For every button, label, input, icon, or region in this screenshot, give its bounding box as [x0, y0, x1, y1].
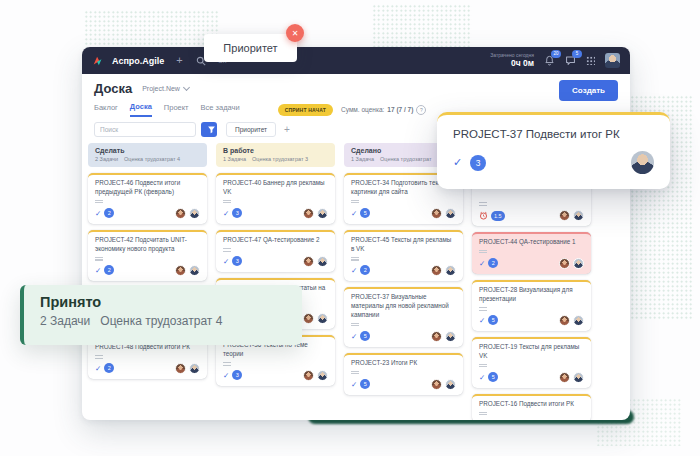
avatar-male[interactable]: [189, 208, 200, 219]
check-icon: ✓: [453, 156, 462, 169]
priority-filter-chip[interactable]: Приоритет: [226, 122, 276, 137]
score-value: 17 (7 / 7): [387, 106, 413, 113]
estimate-badge: 2: [104, 208, 114, 218]
estimate-badge: 5: [360, 379, 370, 389]
task-card-callout[interactable]: PROJECT-37 Подвести итог РК ✓ 3: [437, 112, 670, 189]
avatar-male[interactable]: [573, 258, 584, 269]
avatar-female[interactable]: [303, 370, 314, 381]
avatar-female[interactable]: [431, 208, 442, 219]
assignee-avatars: [172, 363, 200, 374]
avatar-male[interactable]: [189, 265, 200, 276]
avatar-female[interactable]: [431, 331, 442, 342]
apps-grid-icon[interactable]: [586, 56, 595, 65]
funnel-icon: [207, 125, 216, 134]
avatar-male[interactable]: [445, 208, 456, 219]
check-icon: ✓: [479, 316, 485, 325]
decor-speckles-top-left: [84, 10, 219, 50]
avatar-male[interactable]: [573, 315, 584, 326]
avatar-male[interactable]: [631, 151, 654, 174]
score-summary: Сумм. оценка: 17 (7 / 7) ?: [341, 105, 426, 115]
tab-project[interactable]: Проект: [164, 103, 189, 116]
task-card[interactable]: PROJECT-46 Подвести итоги предыдущей РК …: [88, 173, 207, 224]
avatar-male[interactable]: [317, 208, 328, 219]
avatar-male[interactable]: [573, 372, 584, 383]
close-icon[interactable]: ✕: [286, 24, 304, 42]
avatar-female[interactable]: [175, 363, 186, 374]
task-footer: ✓ 5: [479, 315, 584, 326]
avatar-female[interactable]: [431, 379, 442, 390]
project-name: Project.New: [142, 85, 180, 92]
task-card[interactable]: PROJECT-23 Итоги РК ✓ 5: [344, 353, 463, 395]
avatar-male[interactable]: [317, 370, 328, 381]
avatar-male[interactable]: [573, 210, 584, 221]
task-card-overdue[interactable]: PROJECT-44 QA-тестирование 1 ✓ 2: [472, 232, 591, 274]
assignee-avatars: [300, 313, 328, 324]
column-tasks-count: 1 Задача: [223, 156, 246, 162]
filter-button[interactable]: [201, 122, 217, 137]
column-tasks-count: 2 Задачи: [95, 156, 118, 162]
column-header[interactable]: В работе 1 Задача Оценка трудозатрат 3: [216, 143, 335, 167]
avatar-female[interactable]: [303, 256, 314, 267]
avatar-female[interactable]: [175, 265, 186, 276]
description-icon: [95, 257, 103, 262]
avatar-female[interactable]: [559, 210, 570, 221]
messages-icon[interactable]: 5: [565, 55, 576, 66]
avatar-female[interactable]: [175, 208, 186, 219]
notifications-bell-icon[interactable]: 20: [544, 55, 555, 66]
description-icon: [223, 248, 231, 253]
search-input[interactable]: [94, 122, 196, 137]
avatar-female[interactable]: [431, 265, 442, 276]
user-avatar[interactable]: [605, 53, 620, 68]
add-task-icon[interactable]: +: [176, 55, 182, 66]
task-card[interactable]: PROJECT-28 Визуализация для презентации …: [472, 280, 591, 331]
task-card[interactable]: PROJECT-45 Тексты для рекламы в VK ✓ 2: [344, 230, 463, 281]
estimate-badge: 5: [488, 372, 498, 382]
column-tasks-count: 1 Задача: [351, 156, 374, 162]
tab-board[interactable]: Доска: [130, 102, 152, 117]
description-icon: [479, 412, 487, 417]
create-button[interactable]: Создать: [559, 80, 618, 101]
description-icon: [479, 307, 487, 312]
avatar-male[interactable]: [317, 256, 328, 267]
tab-all-tasks[interactable]: Все задачи: [201, 103, 240, 116]
estimate-badge: 2: [488, 258, 498, 268]
task-card[interactable]: PROJECT-37 Визуальные материалы для ново…: [344, 287, 463, 347]
assignee-avatars: [556, 210, 584, 221]
avatar-female[interactable]: [559, 372, 570, 383]
task-title: PROJECT-16 Подвести итоги РК: [479, 400, 584, 409]
assignee-avatars: [556, 315, 584, 326]
check-icon: ✓: [479, 373, 485, 382]
topbar-right: Затрачено сегодня 0ч 0м 20 5: [490, 52, 620, 68]
task-card[interactable]: PROJECT-40 Баннер для рекламы VK ✓ 3: [216, 173, 335, 224]
score-label: Сумм. оценка:: [341, 106, 384, 113]
task-footer: ✓ 5: [351, 208, 456, 219]
description-icon: [479, 202, 487, 207]
column-header[interactable]: Сделать 2 Задачи Оценка трудозатрат 4: [88, 143, 207, 167]
project-selector[interactable]: Project.New: [142, 85, 189, 92]
info-icon[interactable]: ?: [416, 105, 426, 115]
avatar-female[interactable]: [559, 315, 570, 326]
avatar-male[interactable]: [445, 265, 456, 276]
task-footer: ✓ 5: [351, 379, 456, 390]
avatar-female[interactable]: [303, 313, 314, 324]
estimate-badge: 1.5: [491, 211, 505, 221]
add-filter-icon[interactable]: +: [284, 125, 290, 135]
task-footer: ✓ 5: [479, 372, 584, 383]
task-title: PROJECT-23 Итоги РК: [351, 359, 456, 368]
app-name: Аспро.Agile: [112, 56, 164, 66]
task-card[interactable]: PROJECT-47 QA-тестирование 2 ✓ 3: [216, 230, 335, 272]
sprint-status-badge: СПРИНТ НАЧАТ: [278, 104, 333, 116]
task-card[interactable]: PROJECT-19 Тексты для рекламы VK ✓ 5: [472, 337, 591, 388]
avatar-male[interactable]: [189, 363, 200, 374]
avatar-female[interactable]: [303, 208, 314, 219]
task-card[interactable]: PROJECT-42 Подсчитать UNIT-экономику нов…: [88, 230, 207, 281]
task-title: PROJECT-37 Визуальные материалы для ново…: [351, 293, 456, 320]
avatar-male[interactable]: [445, 379, 456, 390]
avatar-male[interactable]: [445, 331, 456, 342]
avatar-male[interactable]: [317, 313, 328, 324]
check-icon: ✓: [351, 380, 357, 389]
column-estimate: Оценка трудозатрат 3: [252, 156, 308, 162]
avatar-female[interactable]: [559, 258, 570, 269]
task-card[interactable]: PROJECT-16 Подвести итоги РК: [472, 394, 591, 420]
tab-backlog[interactable]: Баклог: [94, 103, 118, 116]
